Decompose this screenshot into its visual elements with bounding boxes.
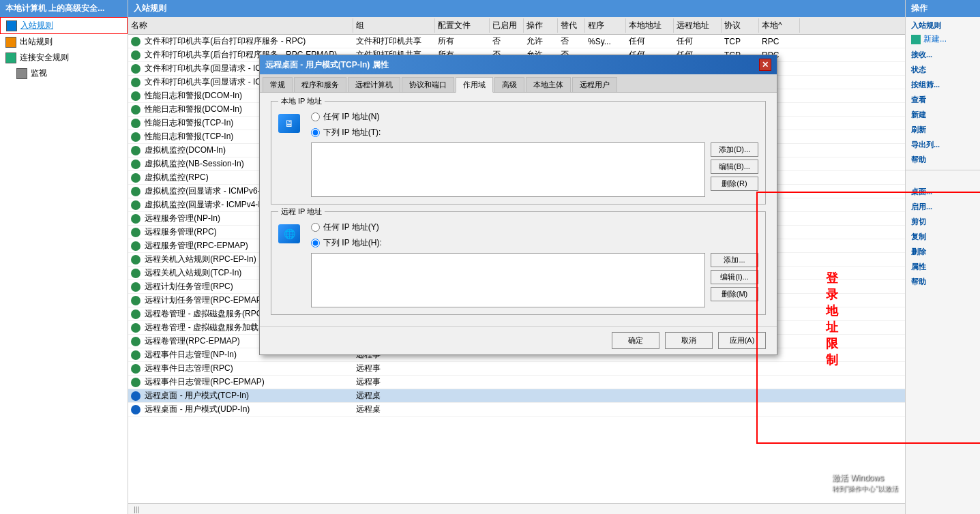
apply-button[interactable]: 应用(A) [718, 332, 766, 349]
right-panel-title: 操作 [906, 0, 980, 17]
col-program[interactable]: 程序 [585, 18, 626, 33]
right-action-new[interactable]: 新建... [906, 32, 980, 46]
row-icon [131, 200, 140, 210]
row-remote: 任何 [674, 35, 722, 48]
dialog-tabs: 常规 程序和服务 远程计算机 协议和端口 作用域 高级 本地主体 远程用户 [260, 74, 777, 93]
remote-ip-add-button[interactable]: 添加... [711, 253, 758, 267]
local-ip-delete-button[interactable]: 删除(R) [711, 177, 758, 191]
row-local [626, 382, 674, 383]
local-ip-icon: 🖥 [278, 114, 300, 133]
row-action: 允许 [524, 35, 558, 48]
row-override [558, 382, 585, 383]
cancel-button[interactable]: 取消 [665, 332, 713, 349]
row-name: 性能日志和警报(TCP-In) [145, 132, 233, 141]
row-name: 性能日志和警报(TCP-In) [145, 118, 233, 127]
col-local[interactable]: 本地地址 [626, 18, 674, 33]
row-profile: 所有 [435, 35, 490, 48]
row-name: 远程桌面 - 用户模式(TCP-In) [145, 391, 249, 400]
table-row[interactable]: 文件和打印机共享(后台打印程序服务 - RPC) 文件和打印机共享 所有 否 允… [128, 35, 905, 48]
row-localport [759, 382, 800, 383]
col-action[interactable]: 操作 [524, 18, 558, 33]
sidebar-item-connection[interactable]: 连接安全规则 [0, 50, 128, 65]
row-action [524, 409, 558, 410]
local-ip-any-label: 任何 IP 地址(N) [323, 111, 379, 123]
row-name: 文件和打印机共享(后台打印程序服务 - RPC) [145, 36, 306, 46]
tab-scope[interactable]: 作用域 [456, 77, 493, 93]
sidebar-item-monitor[interactable]: 监视 [0, 65, 128, 81]
row-name: 虚拟机监控(DCOM-In) [145, 145, 226, 155]
local-ip-any-radio[interactable] [311, 112, 320, 121]
local-ip-list-radio[interactable] [311, 128, 320, 137]
ok-button[interactable]: 确定 [612, 332, 659, 349]
inbound-icon [6, 20, 17, 31]
dialog-title: 远程桌面 - 用户模式(TCP-In) 属性 [265, 59, 389, 71]
col-enabled[interactable]: 已启用 [490, 18, 524, 33]
table-row[interactable]: 远程事件日志管理(RPC) 远程事 [128, 362, 905, 376]
table-row[interactable]: 远程桌面 - 用户模式(UDP-In) 远程桌 [128, 403, 905, 417]
row-name: 远程服务管理(NP-In) [145, 213, 220, 223]
col-profile[interactable]: 配置文件 [435, 18, 490, 33]
sidebar-parent-title: 本地计算机 上的高级安全... [0, 0, 128, 17]
row-remote [674, 382, 722, 383]
remote-ip-any-radio[interactable] [311, 223, 320, 232]
row-program [585, 395, 626, 397]
monitor-icon [16, 68, 27, 79]
remote-ip-edit-button[interactable]: 编辑(I)... [711, 270, 758, 284]
row-enabled [490, 368, 524, 369]
right-section-enable: 启用... [906, 198, 980, 213]
right-section-receive: 接收... [906, 46, 980, 61]
local-ip-listbox[interactable] [311, 142, 705, 197]
col-override[interactable]: 替代 [558, 18, 585, 33]
sidebar-item-inbound[interactable]: 入站规则 [0, 17, 128, 34]
table-row[interactable]: 远程桌面 - 用户模式(TCP-In) 远程桌 [128, 389, 905, 403]
tab-programs[interactable]: 程序和服务 [294, 77, 346, 92]
row-icon [131, 160, 140, 169]
table-title: 入站规则 [128, 0, 905, 17]
col-protocol[interactable]: 协议 [722, 18, 759, 33]
row-group: 远程事 [353, 376, 435, 389]
col-name[interactable]: 名称 [128, 18, 353, 33]
row-name: 性能日志和警报(DCOM-In) [145, 104, 242, 114]
bottom-scroll[interactable]: ||| [128, 503, 905, 514]
remote-ip-listbox[interactable] [311, 253, 705, 307]
row-icon [131, 391, 140, 401]
row-local [626, 368, 674, 369]
row-enabled [490, 382, 524, 383]
remote-ip-list-label: 下列 IP 地址(H): [323, 237, 382, 249]
tab-general[interactable]: 常规 [263, 77, 293, 92]
right-section-help2: 帮助 [906, 273, 980, 288]
local-ip-edit-button[interactable]: 编辑(B)... [711, 160, 758, 174]
row-group: 远程桌 [353, 403, 435, 416]
row-program [585, 368, 626, 369]
dialog-close-button[interactable]: ✕ [759, 59, 771, 71]
row-protocol [722, 409, 759, 410]
tab-advanced[interactable]: 高级 [494, 77, 524, 92]
dialog-footer: 确定 取消 应用(A) [260, 326, 777, 354]
remote-ip-list-radio[interactable] [311, 239, 320, 247]
sidebar-item-outbound[interactable]: 出站规则 [0, 34, 128, 50]
col-group[interactable]: 组 [353, 18, 435, 33]
tab-remote-computers[interactable]: 远程计算机 [348, 77, 400, 92]
right-section-status: 状态 [906, 61, 980, 76]
local-ip-list-label: 下列 IP 地址(T): [323, 127, 381, 138]
sidebar: 本地计算机 上的高级安全... 入站规则 出站规则 连接安全规则 监视 [0, 0, 128, 514]
remote-ip-delete-button[interactable]: 删除(M) [711, 287, 758, 301]
row-name: 虚拟机监控(NB-Session-In) [145, 159, 243, 168]
tab-protocol-ports[interactable]: 协议和端口 [402, 77, 454, 92]
col-localport[interactable]: 本地^ [759, 18, 800, 33]
col-remote[interactable]: 远程地址 [674, 18, 722, 33]
dialog-titlebar: 远程桌面 - 用户模式(TCP-In) 属性 ✕ [260, 55, 777, 74]
row-local [626, 395, 674, 397]
local-ip-add-button[interactable]: 添加(D)... [711, 142, 758, 157]
new-icon [911, 35, 921, 44]
tab-remote-users[interactable]: 远程用户 [572, 77, 617, 92]
tab-local-principal[interactable]: 本地主体 [526, 77, 571, 92]
row-remote [674, 368, 722, 369]
row-program [585, 409, 626, 410]
row-localport: RPC [759, 36, 800, 47]
row-profile [435, 409, 490, 410]
table-row[interactable]: 远程事件日志管理(RPC-EPMAP) 远程事 [128, 376, 905, 389]
local-ip-section-title: 本地 IP 地址 [278, 96, 325, 106]
row-name: 虚拟机监控(RPC) [145, 172, 208, 182]
row-icon [131, 241, 140, 251]
